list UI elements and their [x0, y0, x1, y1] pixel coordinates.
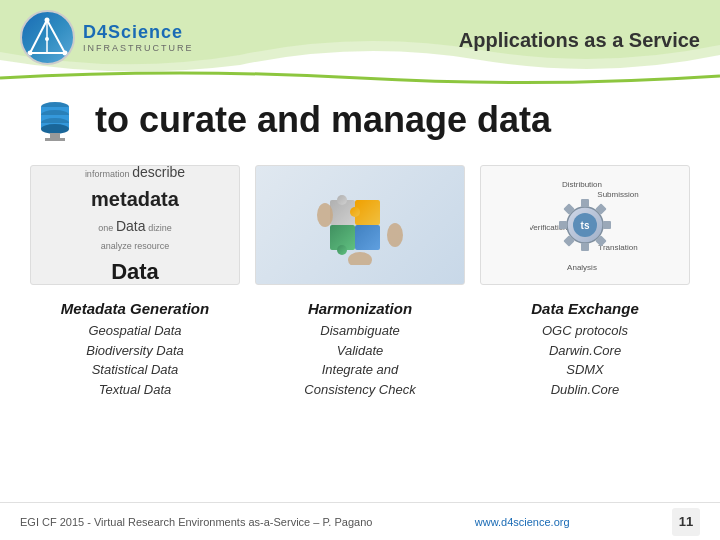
- word-cloud: information describe metadata one Data d…: [80, 165, 190, 285]
- logo-area: D4Science INFRASTRUCTURE: [20, 10, 194, 65]
- col-harmonization-item-0: Disambiguate: [255, 321, 465, 341]
- col-metadata-item-1: Biodiversity Data: [30, 341, 240, 361]
- col-exchange-item-2: SDMX: [480, 360, 690, 380]
- col-harmonization-item-2: Integrate and: [255, 360, 465, 380]
- svg-text:ts: ts: [581, 220, 590, 231]
- col-metadata-item-2: Statistical Data: [30, 360, 240, 380]
- footer-url: www.d4science.org: [475, 516, 570, 528]
- svg-point-24: [387, 223, 403, 247]
- svg-text:Submission: Submission: [597, 190, 638, 199]
- col-exchange-title: Data Exchange: [480, 300, 690, 317]
- col-harmonization-item-3: Consistency Check: [255, 380, 465, 400]
- gears-image: Distribution Submission Verification Tra…: [480, 165, 690, 285]
- col-metadata-item-3: Textual Data: [30, 380, 240, 400]
- header-title: Applications as a Service: [459, 29, 700, 52]
- svg-rect-34: [559, 221, 567, 229]
- col-metadata: Metadata Generation Geospatial Data Biod…: [30, 300, 240, 399]
- svg-rect-14: [50, 133, 60, 138]
- gears-svg: Distribution Submission Verification Tra…: [530, 175, 640, 275]
- subtitle-area: to curate and manage data: [0, 80, 720, 155]
- content-row: Metadata Generation Geospatial Data Biod…: [0, 295, 720, 409]
- svg-point-3: [45, 18, 50, 23]
- col-harmonization-item-1: Validate: [255, 341, 465, 361]
- puzzle-svg: [315, 185, 405, 265]
- logo-circle: [20, 10, 75, 65]
- col-data-exchange: Data Exchange OGC protocols Darwin.Core …: [480, 300, 690, 399]
- monitor-icon: [30, 95, 80, 145]
- col-exchange-item-1: Darwin.Core: [480, 341, 690, 361]
- svg-point-21: [337, 245, 347, 255]
- svg-point-4: [28, 51, 33, 56]
- svg-rect-35: [603, 221, 611, 229]
- svg-point-25: [348, 252, 372, 265]
- col-exchange-item-3: Dublin.Core: [480, 380, 690, 400]
- svg-rect-32: [581, 199, 589, 207]
- footer-text: EGI CF 2015 - Virtual Research Environme…: [20, 516, 372, 528]
- col-harmonization-title: Harmonization: [255, 300, 465, 317]
- logo-text-block: D4Science INFRASTRUCTURE: [83, 22, 194, 53]
- subtitle-text: to curate and manage data: [95, 99, 551, 141]
- footer: EGI CF 2015 - Virtual Research Environme…: [0, 502, 720, 540]
- col-metadata-title: Metadata Generation: [30, 300, 240, 317]
- svg-rect-33: [581, 243, 589, 251]
- col-metadata-item-0: Geospatial Data: [30, 321, 240, 341]
- metadata-image: information describe metadata one Data d…: [30, 165, 240, 285]
- svg-point-23: [317, 203, 333, 227]
- svg-text:Analysis: Analysis: [567, 263, 597, 272]
- svg-text:Distribution: Distribution: [562, 180, 602, 189]
- logo-name: D4Science: [83, 22, 194, 43]
- col-exchange-item-0: OGC protocols: [480, 321, 690, 341]
- svg-rect-22: [355, 225, 380, 250]
- svg-point-17: [337, 195, 347, 205]
- puzzle-image: [255, 165, 465, 285]
- footer-page-number: 11: [672, 508, 700, 536]
- svg-point-19: [350, 207, 360, 217]
- svg-rect-15: [45, 138, 65, 141]
- images-row: information describe metadata one Data d…: [0, 155, 720, 295]
- logo-subtext: INFRASTRUCTURE: [83, 43, 194, 53]
- col-harmonization: Harmonization Disambiguate Validate Inte…: [255, 300, 465, 399]
- header: D4Science INFRASTRUCTURE Applications as…: [0, 0, 720, 80]
- svg-point-6: [45, 37, 49, 41]
- svg-point-13: [41, 124, 69, 134]
- svg-point-5: [63, 51, 68, 56]
- svg-text:Translation: Translation: [598, 243, 637, 252]
